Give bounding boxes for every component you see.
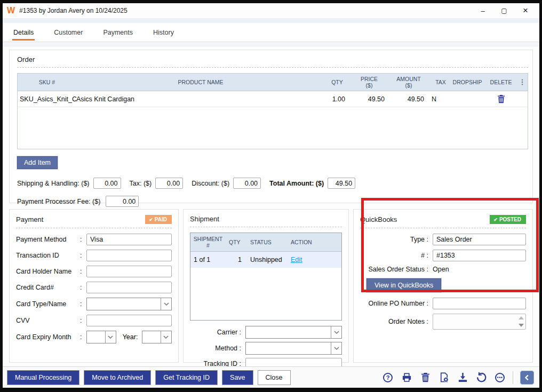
shipment-separator xyxy=(190,227,342,227)
refresh-button[interactable] xyxy=(475,372,487,383)
manual-processing-button[interactable]: Manual Processing xyxy=(7,370,79,385)
card-holder-input[interactable] xyxy=(86,266,172,277)
method-select[interactable] xyxy=(245,342,342,355)
payment-method-label: Payment Method xyxy=(16,236,80,243)
details-content: Order SKU # PRODUCT NAME QTY PRICE ($) A… xyxy=(3,46,539,366)
tax-label: Tax: ($) xyxy=(130,180,152,187)
quickbooks-separator xyxy=(360,228,526,228)
total-amount-label: Total Amount: ($) xyxy=(269,180,324,187)
carrier-select[interactable] xyxy=(245,326,342,339)
quickbooks-section: QuickBooks ✔ POSTED Type : # : Sales O xyxy=(353,209,533,363)
quickbooks-heading: QuickBooks xyxy=(360,215,397,223)
order-table-header: SKU # PRODUCT NAME QTY PRICE ($) AMOUNT … xyxy=(18,74,528,91)
shipment-heading: Shipment xyxy=(190,215,219,223)
notes-scrollbar[interactable] xyxy=(517,314,525,329)
tab-details[interactable]: Details xyxy=(12,23,35,42)
shipment-table: SHIPMENT # QTY STATUS ACTION 1 of 1 1 Un… xyxy=(190,233,342,321)
order-notes-textarea[interactable] xyxy=(433,314,526,330)
tracking-id-input[interactable] xyxy=(245,358,342,366)
col-product-name: PRODUCT NAME xyxy=(76,74,325,91)
chevron-down-icon xyxy=(331,342,341,354)
expiry-year-label: Year: xyxy=(123,333,138,341)
qb-type-label: Type : xyxy=(360,236,428,243)
close-button[interactable]: × xyxy=(515,4,536,18)
qb-status-label: Sales Order Status : xyxy=(360,266,428,273)
help-icon: ? xyxy=(383,373,393,382)
online-po-label: Online PO Number : xyxy=(360,300,428,307)
order-detail-window: W #1353 by Jordan Avery on 10/24/2025 – … xyxy=(0,0,542,392)
close-order-button[interactable]: Close xyxy=(258,370,291,385)
cancel-document-button[interactable] xyxy=(438,372,450,383)
col-shipment-qty: QTY xyxy=(226,233,247,251)
tracking-id-label: Tracking ID : xyxy=(190,360,241,366)
scroll-down-icon[interactable] xyxy=(519,324,524,327)
online-po-input[interactable] xyxy=(433,298,526,309)
shipping-handling-label: Shipping & Handling: ($) xyxy=(17,180,90,187)
scroll-up-icon[interactable] xyxy=(519,316,524,319)
credit-card-input[interactable] xyxy=(86,282,172,293)
titlebar-divider xyxy=(3,18,539,23)
expiry-month-select[interactable] xyxy=(86,331,116,343)
move-to-archived-button[interactable]: Move to Archived xyxy=(84,370,151,385)
order-separator xyxy=(17,67,528,68)
shipment-table-header: SHIPMENT # QTY STATUS ACTION xyxy=(190,233,341,252)
app-logo-icon: W xyxy=(7,6,14,15)
shipping-handling-input[interactable] xyxy=(93,178,121,189)
tab-customer[interactable]: Customer xyxy=(53,23,84,42)
total-amount-input[interactable] xyxy=(328,178,355,189)
order-heading: Order xyxy=(17,55,35,63)
posted-badge: ✔ POSTED xyxy=(490,215,526,224)
delete-item-button[interactable] xyxy=(485,94,517,103)
carrier-label: Carrier : xyxy=(190,329,241,336)
window-title: #1353 by Jordan Avery on 10/24/2025 xyxy=(19,7,127,14)
delete-order-button[interactable] xyxy=(419,372,431,383)
chevron-down-icon xyxy=(161,331,171,343)
view-in-quickbooks-button[interactable]: View in QuickBooks xyxy=(366,278,441,292)
download-button[interactable] xyxy=(457,372,468,383)
minimize-button[interactable]: – xyxy=(472,4,493,18)
printer-icon xyxy=(401,372,412,383)
chevron-down-icon xyxy=(105,331,116,343)
download-icon xyxy=(457,372,468,383)
shipment-status: Unshipped xyxy=(247,256,288,263)
tab-history[interactable]: History xyxy=(152,23,175,42)
item-sku: SKU_Asics_Knit_Ca xyxy=(18,95,76,103)
item-qty: 1.00 xyxy=(325,95,349,103)
col-tax: TAX xyxy=(428,74,450,91)
qb-type-input[interactable] xyxy=(433,234,526,245)
col-shipment-number: SHIPMENT # xyxy=(190,233,226,251)
processor-fee-input[interactable] xyxy=(106,196,139,207)
add-item-button[interactable]: Add Item xyxy=(17,156,58,169)
item-product-name: Asics Knit Cardigan xyxy=(76,95,325,103)
trash-icon xyxy=(497,94,505,103)
chevron-down-icon xyxy=(331,326,341,338)
save-button[interactable]: Save xyxy=(222,370,253,385)
expiry-month-label: Card Expiry Month xyxy=(16,333,80,341)
col-amount: AMOUNT ($) xyxy=(389,74,428,91)
card-type-select[interactable] xyxy=(86,298,172,310)
col-qty: QTY xyxy=(325,74,349,91)
qb-number-input[interactable] xyxy=(433,250,526,261)
column-options-icon[interactable]: ⋮ xyxy=(517,74,528,91)
collapse-panel-button[interactable] xyxy=(520,371,534,385)
tax-input[interactable] xyxy=(155,178,183,189)
discount-input[interactable] xyxy=(233,178,261,189)
discount-label: Discount: ($) xyxy=(192,180,229,187)
tab-payments[interactable]: Payments xyxy=(102,23,134,42)
footer-icons: ? xyxy=(382,371,534,385)
get-tracking-id-button[interactable]: Get Tracking ID xyxy=(155,370,218,385)
print-button[interactable] xyxy=(401,372,412,383)
cvv-input[interactable] xyxy=(86,315,172,326)
transaction-id-input[interactable] xyxy=(86,250,172,261)
shipment-section: Shipment SHIPMENT # QTY STATUS ACTION xyxy=(183,209,349,363)
more-options-button[interactable]: ••• xyxy=(494,372,506,383)
col-shipment-action: ACTION xyxy=(288,233,341,251)
help-button[interactable]: ? xyxy=(382,372,394,383)
maximize-button[interactable]: ▢ xyxy=(493,4,515,18)
expiry-year-select[interactable] xyxy=(142,331,172,343)
edit-shipment-link[interactable]: Edit xyxy=(291,256,302,263)
footer-bar: Manual Processing Move to Archived Get T… xyxy=(3,366,539,388)
payment-method-input[interactable] xyxy=(86,234,172,245)
col-shipment-status: STATUS xyxy=(247,233,288,251)
payment-heading: Payment xyxy=(16,215,43,223)
